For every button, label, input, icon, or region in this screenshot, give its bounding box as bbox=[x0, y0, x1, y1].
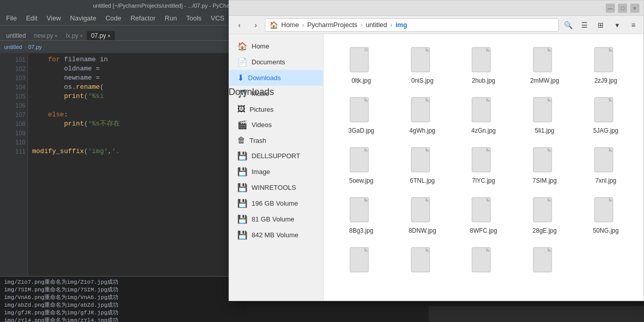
tab-lxpy[interactable]: lx.py × bbox=[62, 31, 87, 40]
file-item-r4[interactable] bbox=[515, 242, 574, 279]
fm-view-dropdown-btn[interactable]: ▾ bbox=[610, 18, 624, 32]
documents-icon: 📄 bbox=[237, 57, 247, 67]
fm-close-btn[interactable]: × bbox=[630, 4, 639, 13]
fm-path-bar: 🏠 Home › PycharmProjects › untitled › im… bbox=[265, 18, 559, 32]
tab-newpy-close[interactable]: × bbox=[55, 33, 58, 39]
file-item-r3[interactable] bbox=[454, 242, 513, 279]
sidebar-item-image[interactable]: 💾 Image bbox=[229, 164, 323, 180]
file-icon-r2 bbox=[410, 246, 435, 275]
fm-grid-view-btn[interactable]: ⊞ bbox=[593, 18, 608, 32]
sidebar-item-home[interactable]: 🏠 Home bbox=[229, 38, 323, 54]
file-item-8Bg3[interactable]: 8Bg3.jpg bbox=[332, 192, 391, 238]
sidebar-item-dellsupport[interactable]: 💾 DELLSUPPORT bbox=[229, 148, 323, 164]
file-item-5JAG[interactable]: 5JAG.jpg bbox=[576, 92, 635, 138]
file-name-0niS: 0niS.jpg bbox=[411, 77, 433, 84]
ln-110: 110 bbox=[2, 138, 26, 147]
tab-newpy[interactable]: new.py × bbox=[30, 31, 62, 40]
menu-run[interactable]: Run bbox=[161, 13, 181, 23]
bc-untitled[interactable]: untitled bbox=[4, 44, 22, 50]
menu-refactor[interactable]: Refactor bbox=[127, 13, 160, 23]
file-icon-0ltk bbox=[349, 46, 374, 75]
file-icon-28gE bbox=[532, 196, 557, 225]
fm-minimize-btn[interactable]: — bbox=[606, 4, 615, 13]
sidebar-documents-label: Documents bbox=[252, 58, 285, 66]
file-icon-6TNL bbox=[410, 146, 435, 175]
tab-newpy-label: new.py bbox=[34, 32, 53, 39]
file-item-6TNL[interactable]: 6TNL.jpg bbox=[393, 142, 452, 188]
sidebar-item-pictures[interactable]: 🖼 Pictures bbox=[229, 102, 323, 117]
file-item-2mMW[interactable]: 2mMW.jpg bbox=[515, 42, 574, 88]
sidebar-item-music[interactable]: 🎵 Music bbox=[229, 86, 323, 102]
menu-navigate[interactable]: Navigate bbox=[66, 13, 100, 23]
sidebar-image-label: Image bbox=[252, 168, 270, 176]
ln-106: 106 bbox=[2, 101, 26, 110]
menu-vcs[interactable]: VCS bbox=[207, 13, 229, 23]
file-item-2hub[interactable]: 2hub.jpg bbox=[454, 42, 513, 88]
file-item-7xnl[interactable]: 7xnl.jpg bbox=[576, 142, 635, 188]
path-untitled[interactable]: untitled bbox=[366, 21, 387, 29]
file-item-2zJ9[interactable]: 2zJ9.jpg bbox=[576, 42, 635, 88]
file-icon-r4 bbox=[532, 246, 557, 275]
sidebar-downloads-label: Downloads bbox=[248, 74, 281, 82]
file-name-7SIM: 7SIM.jpg bbox=[533, 177, 557, 184]
file-item-7lYC[interactable]: 7lYC.jpg bbox=[454, 142, 513, 188]
menu-tools[interactable]: Tools bbox=[182, 13, 206, 23]
file-item-8WFC[interactable]: 8WFC.jpg bbox=[454, 192, 513, 238]
fm-toolbar: ‹ › 🏠 Home › PycharmProjects › untitled … bbox=[229, 16, 643, 34]
tab-untitled[interactable]: untitled bbox=[2, 31, 30, 40]
tab-lxpy-close[interactable]: × bbox=[80, 33, 83, 39]
bc-07py[interactable]: 07.py bbox=[28, 44, 42, 50]
sidebar-item-vol842[interactable]: 💾 842 MB Volume bbox=[229, 227, 323, 243]
file-item-4gWh[interactable]: 4gWh.jpg bbox=[393, 92, 452, 138]
fm-back-btn[interactable]: ‹ bbox=[232, 18, 246, 32]
file-icon-2zJ9 bbox=[593, 46, 618, 75]
path-pycharm[interactable]: PycharmProjects bbox=[307, 21, 357, 29]
menu-edit[interactable]: Edit bbox=[22, 13, 41, 23]
file-item-5li1[interactable]: 5li1.jpg bbox=[515, 92, 574, 138]
menu-file[interactable]: File bbox=[2, 13, 21, 23]
sidebar-item-trash[interactable]: 🗑 Trash bbox=[229, 133, 323, 148]
sidebar-trash-label: Trash bbox=[250, 137, 266, 144]
file-icon-50NG bbox=[593, 196, 618, 225]
file-icon-4gWh bbox=[410, 96, 435, 125]
fm-menu-btn[interactable]: ≡ bbox=[626, 18, 640, 32]
file-item-r2[interactable] bbox=[393, 242, 452, 279]
file-item-28gE[interactable]: 28gE.jpg bbox=[515, 192, 574, 238]
file-name-8WFC: 8WFC.jpg bbox=[470, 227, 497, 234]
sidebar-item-videos[interactable]: 🎬 Videos bbox=[229, 117, 323, 133]
ln-104: 104 bbox=[2, 83, 26, 92]
sidebar-item-downloads[interactable]: ⬇ Downloads bbox=[229, 70, 323, 86]
sidebar-item-vol196[interactable]: 💾 196 GB Volume bbox=[229, 195, 323, 211]
tab-lxpy-label: lx.py bbox=[66, 32, 79, 39]
file-item-r1[interactable] bbox=[332, 242, 391, 279]
menu-code[interactable]: Code bbox=[102, 13, 126, 23]
file-item-3GaD[interactable]: 3GaD.jpg bbox=[332, 92, 391, 138]
file-item-50NG[interactable]: 50NG.jpg bbox=[576, 192, 635, 238]
file-name-7lYC: 7lYC.jpg bbox=[472, 177, 495, 184]
svg-rect-1 bbox=[364, 47, 368, 52]
file-item-7SIM[interactable]: 7SIM.jpg bbox=[515, 142, 574, 188]
home-sidebar-icon: 🏠 bbox=[237, 41, 247, 51]
file-item-4zGn[interactable]: 4zGn.jpg bbox=[454, 92, 513, 138]
sidebar-item-winretools[interactable]: 💾 WINRETOOLS bbox=[229, 180, 323, 195]
tab-07py-close[interactable]: × bbox=[108, 33, 111, 39]
sidebar-item-vol81[interactable]: 💾 81 GB Volume bbox=[229, 211, 323, 227]
file-item-0niS[interactable]: 0niS.jpg bbox=[393, 42, 452, 88]
file-item-8DNW[interactable]: 8DNW.jpg bbox=[393, 192, 452, 238]
fm-forward-btn[interactable]: › bbox=[249, 18, 263, 32]
file-name-4zGn: 4zGn.jpg bbox=[471, 127, 496, 134]
tab-07py[interactable]: 07.py × bbox=[87, 31, 114, 40]
file-icon-5li1 bbox=[532, 96, 557, 125]
file-icon-8WFC bbox=[471, 196, 496, 225]
music-icon: 🎵 bbox=[237, 89, 247, 98]
file-name-50NG: 50NG.jpg bbox=[593, 227, 619, 234]
path-home[interactable]: Home bbox=[281, 21, 299, 29]
menu-view[interactable]: View bbox=[42, 13, 65, 23]
sidebar-item-documents[interactable]: 📄 Documents bbox=[229, 54, 323, 70]
file-item-0ltk[interactable]: 0ltk.jpg bbox=[332, 42, 391, 88]
fm-search-btn[interactable]: 🔍 bbox=[561, 18, 575, 32]
fm-maximize-btn[interactable]: □ bbox=[618, 4, 627, 13]
file-item-5oew[interactable]: 5oew.jpg bbox=[332, 142, 391, 188]
file-name-28gE: 28gE.jpg bbox=[533, 227, 557, 234]
fm-list-view-btn[interactable]: ☰ bbox=[577, 18, 591, 32]
